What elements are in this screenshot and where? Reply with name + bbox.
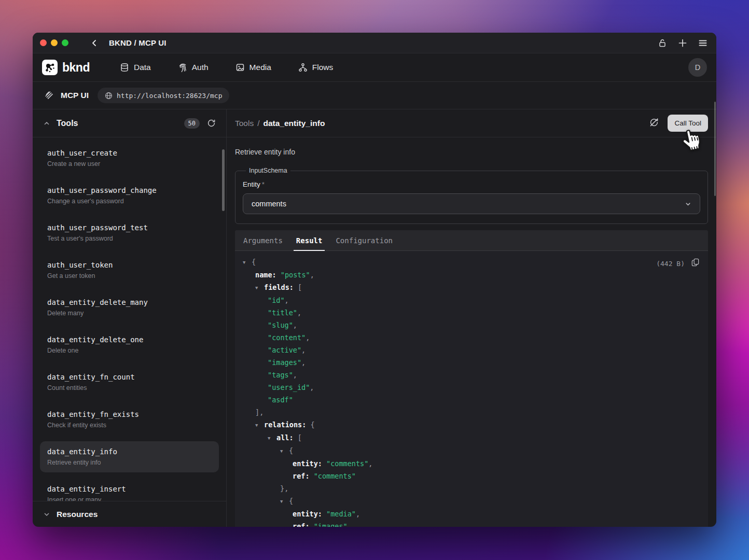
nav-item-auth[interactable]: Auth: [178, 63, 209, 72]
entity-field-label: Entity*: [243, 180, 700, 188]
collapse-arrow-icon[interactable]: ▼: [255, 419, 264, 431]
sidebar-tool-item[interactable]: data_entity_insertInsert one or many: [40, 479, 219, 501]
json-line: ▼{: [243, 444, 700, 457]
brand-logo[interactable]: bknd: [42, 60, 90, 75]
call-tool-button[interactable]: Call Tool: [668, 115, 708, 132]
tab-arguments[interactable]: Arguments: [243, 230, 283, 250]
close-window-button[interactable]: [40, 39, 47, 46]
sidebar-scrollbar[interactable]: [222, 149, 225, 211]
tool-name: data_entity_delete_many: [47, 297, 212, 307]
collapse-arrow-icon[interactable]: ▼: [243, 256, 252, 269]
tool-description: Change a user's password: [47, 197, 212, 206]
new-tab-icon[interactable]: [678, 38, 687, 48]
result-card: Arguments Result Configuration (442 B): [235, 230, 708, 527]
tool-name: data_entity_fn_count: [47, 372, 212, 382]
json-result-viewer: (442 B) ▼{name: "posts",▼fields: ["id","…: [235, 251, 708, 527]
json-line: name: "posts",: [243, 269, 700, 281]
refresh-tools-icon[interactable]: [207, 119, 216, 128]
resources-section-header[interactable]: Resources: [33, 501, 226, 527]
tool-name: auth_user_create: [47, 148, 212, 158]
resources-section-title: Resources: [57, 510, 98, 519]
tool-description: Retrieve entity info: [47, 458, 212, 467]
json-line: ▼{: [243, 256, 700, 269]
breadcrumb-current: data_entity_info: [263, 119, 325, 128]
json-line: ▼{: [243, 495, 700, 508]
sidebar-tool-item[interactable]: data_entity_delete_oneDelete one: [40, 329, 219, 360]
brand-name: bknd: [62, 61, 90, 75]
sidebar-tool-item[interactable]: data_entity_infoRetrieve entity info: [40, 441, 219, 472]
collapse-arrow-icon[interactable]: ▼: [268, 432, 276, 444]
sidebar-tool-item[interactable]: data_entity_fn_existsCheck if entity exi…: [40, 404, 219, 435]
sidebar-tool-item[interactable]: auth_user_tokenGet a user token: [40, 255, 219, 286]
nav-item-label: Flows: [312, 63, 333, 72]
nav-item-data[interactable]: Data: [120, 63, 151, 72]
result-size-label: (442 B): [656, 258, 685, 270]
tab-configuration[interactable]: Configuration: [336, 230, 393, 250]
copy-icon[interactable]: [691, 258, 700, 270]
mcp-server-url[interactable]: http://localhost:28623/mcp: [98, 88, 230, 103]
lock-open-icon[interactable]: [658, 38, 667, 48]
json-line: "slug",: [243, 319, 700, 331]
chevron-up-icon: [43, 120, 50, 127]
tool-description: Delete one: [47, 346, 212, 355]
entity-select[interactable]: comments: [243, 193, 700, 214]
tool-name: data_entity_fn_exists: [47, 409, 212, 419]
sidebar-tool-item[interactable]: auth_user_password_changeChange a user's…: [40, 180, 219, 211]
nav-item-label: Media: [249, 63, 271, 72]
tool-detail-body: Retrieve entity info InputSchema Entity*…: [227, 137, 716, 527]
tool-description-text: Retrieve entity info: [235, 148, 708, 156]
json-line: ▼relations: {: [243, 418, 700, 431]
collapse-arrow-icon[interactable]: ▼: [255, 282, 264, 294]
window-titlebar: BKND / MCP UI: [33, 33, 716, 53]
json-line: "active",: [243, 344, 700, 356]
app-navbar: bknd Data Auth Media Flows: [33, 53, 716, 82]
globe-icon: [105, 92, 113, 100]
user-avatar[interactable]: D: [688, 58, 707, 77]
minimize-window-button[interactable]: [51, 39, 58, 46]
fingerprint-icon: [178, 63, 187, 72]
json-line: entity: "comments",: [243, 457, 700, 470]
collapse-arrow-icon[interactable]: ▼: [280, 495, 289, 508]
main-navigation: Data Auth Media Flows: [120, 63, 333, 72]
json-line: },: [243, 482, 700, 495]
required-marker: *: [262, 180, 265, 188]
json-meta: (442 B): [656, 258, 700, 270]
tools-section-title: Tools: [57, 119, 78, 128]
tool-description: Insert one or many: [47, 496, 212, 501]
json-line: "asdf": [243, 394, 700, 406]
nav-item-flows[interactable]: Flows: [298, 63, 333, 72]
desktop-wallpaper: BKND / MCP UI bknd: [0, 0, 749, 560]
tool-description: Count entities: [47, 384, 212, 393]
sidebar-tool-item[interactable]: data_entity_fn_countCount entities: [40, 367, 219, 398]
sidebar-tool-item[interactable]: data_entity_delete_manyDelete many: [40, 292, 219, 323]
sidebar-tool-item[interactable]: auth_user_password_testTest a user's pas…: [40, 217, 219, 248]
tool-name: data_entity_info: [47, 446, 212, 457]
mcp-url-text: http://localhost:28623/mcp: [117, 92, 223, 100]
json-line: "images",: [243, 356, 700, 369]
entity-select-value: comments: [252, 200, 286, 208]
app-body: Tools 50 auth_user_createCreate a new us…: [33, 109, 716, 527]
json-line: "title",: [243, 306, 700, 319]
tools-section-header[interactable]: Tools 50: [33, 109, 226, 137]
tool-name: auth_user_password_change: [47, 185, 212, 195]
tool-description: Create a new user: [47, 160, 212, 169]
tool-description: Check if entity exists: [47, 421, 212, 430]
tab-result[interactable]: Result: [296, 230, 323, 250]
tool-name: data_entity_insert: [47, 484, 212, 494]
auto-refresh-off-icon[interactable]: [649, 117, 659, 129]
json-line: ref: "images": [243, 520, 700, 527]
zoom-window-button[interactable]: [62, 39, 68, 46]
result-tabs: Arguments Result Configuration: [235, 230, 708, 251]
breadcrumb-section[interactable]: Tools: [235, 119, 254, 128]
tool-actions: Call Tool: [649, 115, 708, 132]
tool-detail-header: Tools / data_entity_info Call Tool: [227, 109, 716, 137]
mcp-ui-icon: [44, 90, 54, 102]
tool-description: Delete many: [47, 309, 212, 318]
collapse-arrow-icon[interactable]: ▼: [280, 445, 289, 457]
back-icon[interactable]: [90, 39, 99, 47]
nav-item-media[interactable]: Media: [235, 63, 271, 72]
json-line: ],: [243, 406, 700, 418]
page-scrollbar[interactable]: [714, 102, 716, 196]
sidebar-tool-item[interactable]: auth_user_createCreate a new user: [40, 143, 219, 174]
menu-icon[interactable]: [698, 38, 708, 48]
